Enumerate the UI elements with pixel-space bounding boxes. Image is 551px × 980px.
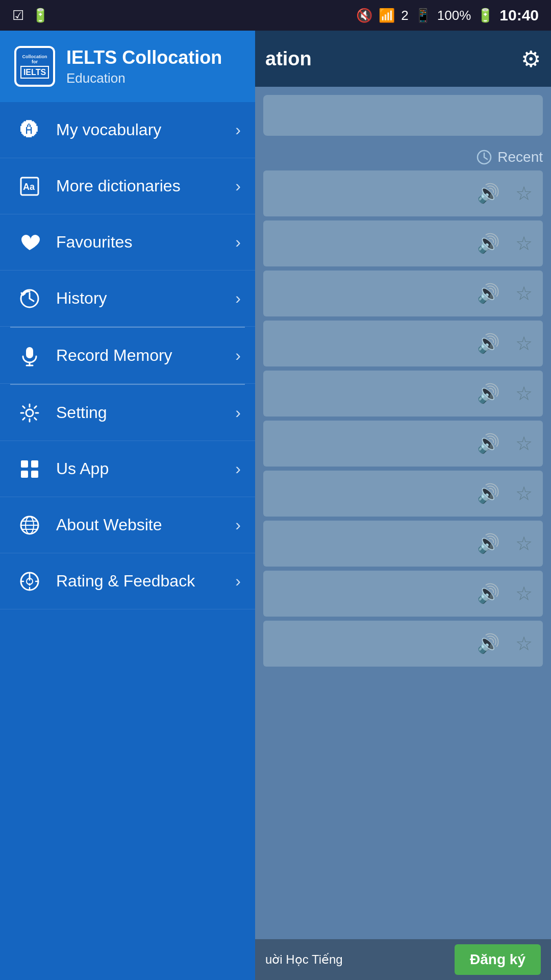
main-header: ation ⚙ [255, 31, 551, 87]
favorite-icon-5[interactable]: ☆ [515, 382, 533, 405]
sound-icon-2[interactable]: 🔊 [477, 233, 500, 254]
favorite-icon-2[interactable]: ☆ [515, 232, 533, 255]
svg-rect-8 [31, 460, 38, 468]
status-time: 10:40 [499, 7, 539, 24]
navigation-drawer: Collocation for IELTS IELTS Collocation … [0, 31, 255, 980]
drawer-items-list: 🅐 My vocabulary › Aa More dictionaries › [0, 102, 255, 980]
sound-icon-3[interactable]: 🔊 [477, 283, 500, 304]
wifi-icon: 📶 [379, 8, 395, 23]
favorite-icon-4[interactable]: ☆ [515, 332, 533, 355]
sidebar-label-setting: Setting [56, 403, 235, 422]
sidebar-item-setting[interactable]: Setting › [0, 385, 255, 441]
favorite-icon-10[interactable]: ☆ [515, 632, 533, 655]
gear-icon [14, 398, 45, 428]
sidebar-label-rating-feedback: Rating & Feedback [56, 572, 235, 591]
chevron-right-icon-history: › [235, 289, 241, 308]
vocabulary-icon: 🅐 [14, 115, 45, 145]
battery-small-icon: 🔋 [32, 8, 48, 23]
svg-rect-9 [21, 471, 28, 478]
sound-icon-9[interactable]: 🔊 [477, 583, 500, 604]
sound-icon-4[interactable]: 🔊 [477, 333, 500, 354]
app-logo: Collocation for IELTS [14, 46, 55, 87]
rating-icon [14, 566, 45, 597]
mute-icon: 🔇 [356, 8, 372, 23]
chevron-right-icon-about-website: › [235, 516, 241, 534]
favorite-icon-1[interactable]: ☆ [515, 182, 533, 205]
sidebar-label-history: History [56, 289, 235, 308]
sidebar-item-us-app[interactable]: Us App › [0, 441, 255, 497]
dictionary-icon: Aa [14, 171, 45, 202]
svg-rect-3 [26, 347, 33, 358]
battery-icon: 🔋 [477, 8, 493, 23]
list-item: 🔊 ☆ [263, 421, 543, 467]
history-icon [14, 283, 45, 314]
chevron-right-icon-setting: › [235, 403, 241, 422]
battery-percent: 100% [437, 8, 471, 23]
main-layout: Collocation for IELTS IELTS Collocation … [0, 31, 551, 980]
signal-icon: 📱 [415, 8, 431, 23]
sound-icon-1[interactable]: 🔊 [477, 183, 500, 204]
sidebar-label-more-dictionaries: More dictionaries [56, 177, 235, 195]
sound-icon-8[interactable]: 🔊 [477, 533, 500, 554]
globe-icon [14, 510, 45, 541]
search-bar[interactable] [263, 95, 543, 136]
list-item: 🔊 ☆ [263, 371, 543, 416]
settings-icon-main[interactable]: ⚙ [521, 46, 541, 72]
favorite-icon-7[interactable]: ☆ [515, 482, 533, 505]
sidebar-label-about-website: About Website [56, 516, 235, 534]
word-list: 🔊 ☆ 🔊 ☆ 🔊 ☆ 🔊 ☆ 🔊 ☆ 🔊 ☆ [255, 170, 551, 667]
sidebar-label-my-vocabulary: My vocabulary [56, 120, 235, 139]
sidebar-item-favourites[interactable]: Favourites › [0, 214, 255, 271]
favorite-icon-3[interactable]: ☆ [515, 282, 533, 305]
main-content-area: ation ⚙ Recent 🔊 ☆ 🔊 ☆ 🔊 ☆ [255, 31, 551, 980]
sound-icon-6[interactable]: 🔊 [477, 433, 500, 454]
sidebar-item-more-dictionaries[interactable]: Aa More dictionaries › [0, 158, 255, 214]
sidebar-item-rating-feedback[interactable]: Rating & Feedback › [0, 553, 255, 609]
sound-icon-10[interactable]: 🔊 [477, 633, 500, 654]
banner-text: uời Học Tiếng [265, 952, 343, 967]
recent-history-icon [476, 149, 492, 165]
list-item: 🔊 ☆ [263, 271, 543, 316]
list-item: 🔊 ☆ [263, 571, 543, 617]
svg-rect-10 [31, 471, 38, 478]
sound-icon-5[interactable]: 🔊 [477, 383, 500, 404]
chevron-right-icon-dictionaries: › [235, 177, 241, 195]
chevron-right-icon-rating: › [235, 572, 241, 591]
chevron-right-icon-us-app: › [235, 459, 241, 478]
sidebar-item-history[interactable]: History › [0, 271, 255, 327]
bottom-banner: uời Học Tiếng Đăng ký [255, 939, 551, 980]
recent-bar: Recent [255, 144, 551, 170]
sound-icon-7[interactable]: 🔊 [477, 483, 500, 504]
status-bar: ☑ 🔋 🔇 📶 2 📱 100% 🔋 10:40 [0, 0, 551, 31]
chevron-right-icon-vocabulary: › [235, 120, 241, 139]
favorite-icon-8[interactable]: ☆ [515, 532, 533, 555]
list-item: 🔊 ☆ [263, 521, 543, 567]
sidebar-label-us-app: Us App [56, 459, 235, 478]
sidebar-label-record-memory: Record Memory [56, 346, 235, 365]
recent-label: Recent [497, 149, 543, 165]
svg-point-6 [26, 409, 33, 416]
favorite-icon-9[interactable]: ☆ [515, 582, 533, 605]
sim-icon: 2 [401, 8, 408, 23]
sidebar-item-my-vocabulary[interactable]: 🅐 My vocabulary › [0, 102, 255, 158]
grid-icon [14, 454, 45, 484]
register-button[interactable]: Đăng ký [455, 944, 541, 975]
main-title: ation [265, 48, 312, 70]
list-item: 🔊 ☆ [263, 220, 543, 266]
drawer-header: Collocation for IELTS IELTS Collocation … [0, 31, 255, 102]
sidebar-item-record-memory[interactable]: Record Memory › [0, 328, 255, 384]
sidebar-item-about-website[interactable]: About Website › [0, 497, 255, 553]
chevron-right-icon-record-memory: › [235, 346, 241, 365]
microphone-icon [14, 340, 45, 371]
chevron-right-icon-favourites: › [235, 233, 241, 252]
list-item: 🔊 ☆ [263, 621, 543, 667]
svg-rect-7 [21, 460, 28, 468]
list-item: 🔊 ☆ [263, 471, 543, 517]
sidebar-label-favourites: Favourites [56, 233, 235, 252]
heart-icon [14, 227, 45, 258]
list-item: 🔊 ☆ [263, 170, 543, 216]
list-item: 🔊 ☆ [263, 321, 543, 366]
svg-text:Aa: Aa [23, 182, 35, 192]
app-name: IELTS Collocation [66, 47, 222, 68]
favorite-icon-6[interactable]: ☆ [515, 432, 533, 455]
